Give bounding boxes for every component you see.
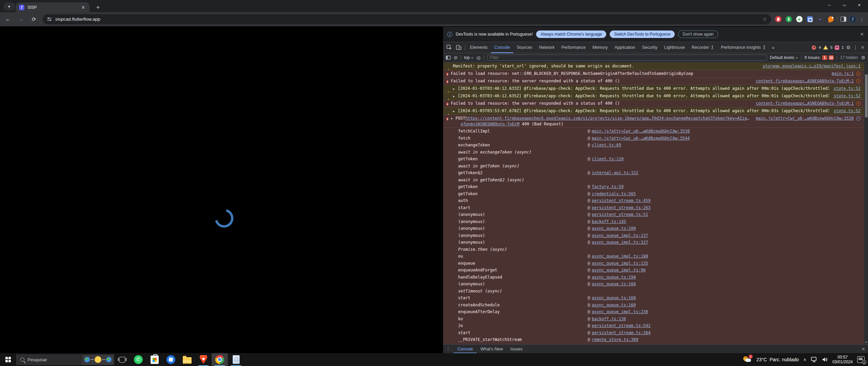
stack-frame[interactable]: fetch@main.js?attr=Cwr_u6-…wKdBzewOGHcCA… xyxy=(443,135,864,142)
stack-frame[interactable]: exchangeToken@client.ts:69 xyxy=(443,142,864,149)
profile-avatar[interactable]: Z xyxy=(849,16,856,23)
drawer-tab-what-s-new[interactable]: What's New xyxy=(477,345,507,353)
network-icon[interactable] xyxy=(811,357,817,362)
stack-frame[interactable]: (anonymous)@async_queue.ts:168 xyxy=(443,281,864,288)
stack-frame-link[interactable]: async_queue.ts:200 xyxy=(592,226,636,231)
address-bar[interactable]: sispcad.flutterflow.app ☆ xyxy=(43,14,771,24)
devtools-menu-button[interactable]: ⋮ xyxy=(853,45,858,50)
stack-frame[interactable]: Promise.then (async) xyxy=(443,246,864,253)
insight-icon[interactable]: ↺ xyxy=(856,116,861,121)
stack-frame[interactable]: (anonymous)@persistent_stream.ts:51 xyxy=(443,211,864,218)
drawer-tab-issues[interactable]: Issues xyxy=(507,345,526,353)
stack-frame[interactable]: start@async_queue.ts:160 xyxy=(443,294,864,302)
taskbar-app-whatsapp[interactable] xyxy=(130,353,146,366)
tab-elements[interactable]: Elements xyxy=(467,42,491,53)
stack-frame[interactable]: fetchCallImpl@main.js?attr=Cwr_u6-…wKdBz… xyxy=(443,128,864,135)
switch-portuguese-button[interactable]: Switch DevTools to Portuguese xyxy=(610,30,675,38)
stack-frame-link[interactable]: async_queue.ts:168 xyxy=(592,282,636,286)
console-message[interactable]: ✕Failed to load resource: the server res… xyxy=(443,100,864,107)
console-sidebar-toggle-icon[interactable] xyxy=(446,55,451,60)
collapse-arrow-icon[interactable]: ▶ xyxy=(453,95,456,98)
stack-frame[interactable]: await in getToken$2 (async) xyxy=(443,177,864,184)
source-link[interactable]: main.js:1 xyxy=(827,71,854,77)
stack-frame-link[interactable]: async_queue_impl.ts:137 xyxy=(592,233,648,238)
search-highlights[interactable] xyxy=(82,355,114,365)
context-selector[interactable]: top▼ xyxy=(464,55,474,60)
site-info-icon[interactable] xyxy=(47,17,52,22)
stack-frame-link[interactable]: async_queue_impl.ts:327 xyxy=(592,240,648,245)
source-link[interactable]: state.ts:52 xyxy=(829,93,861,99)
source-link[interactable]: storage.googleapis.c…oI9/manifest.json:1 xyxy=(758,63,861,69)
insight-icon[interactable]: ↺ xyxy=(856,72,861,76)
stack-frame[interactable]: ou@async_queue_impl.ts:188 xyxy=(443,253,864,260)
stack-frame-link[interactable]: async_queue_impl.ts:230 xyxy=(592,309,648,314)
extension-bluesq-icon[interactable] xyxy=(806,16,813,23)
collapse-arrow-icon[interactable]: ▶ xyxy=(453,87,456,90)
live-expression-icon[interactable]: ◎ xyxy=(476,55,480,60)
collapse-arrow-icon[interactable]: ▶ xyxy=(453,109,456,113)
browser-tab[interactable]: ƒ SISP ✕ xyxy=(16,2,90,12)
start-button[interactable] xyxy=(0,353,16,366)
stack-frame[interactable]: ko@backoff.ts:136 xyxy=(443,316,864,323)
taskbar-app-explorer[interactable] xyxy=(179,353,195,366)
tab-lighthouse[interactable]: Lighthouse xyxy=(661,42,688,53)
stack-frame[interactable]: getToken$2@internal-api.ts:152 xyxy=(443,169,864,177)
source-link[interactable]: content-firebaseappc…ASNEOAB9uto-ToEcM:1 xyxy=(751,78,854,84)
stack-frame-link[interactable]: remote_store.ts:389 xyxy=(592,337,638,342)
tab-sources[interactable]: Sources xyxy=(513,42,536,53)
stack-frame-link[interactable]: async_queue_impl.ts:96 xyxy=(592,268,646,272)
tab-application[interactable]: Application xyxy=(611,42,638,53)
request-url-link-2[interactable]: ofpnmv3ASNEOAB9uto-ToEcM xyxy=(460,122,519,126)
issues-count-icon[interactable] xyxy=(835,45,839,50)
stack-frame[interactable]: start@persistent_stream.ts:264 xyxy=(443,329,864,337)
stack-frame[interactable]: getToken@client.ts:110 xyxy=(443,156,864,163)
taskbar-clock[interactable]: 00:57 03/01/2024 xyxy=(832,355,853,364)
console-message[interactable]: ▶[2024-01-03T03:46:12.635Z] @firebase/ap… xyxy=(443,93,864,100)
extension-orange-icon[interactable] xyxy=(827,16,834,23)
stack-frame[interactable]: start@persistent_stream.ts:263 xyxy=(443,204,864,211)
stack-frame[interactable]: (anonymous)@async_queue_impl.ts:137 xyxy=(443,232,864,239)
weather-summary[interactable]: 23°C Parc. nublado xyxy=(756,357,799,362)
stack-frame[interactable]: setTimeout (async) xyxy=(443,288,864,295)
stack-frame-link[interactable]: client.ts:110 xyxy=(592,157,624,161)
source-link[interactable]: state.ts:52 xyxy=(829,86,861,92)
source-link[interactable]: content-firebaseappc…ASNEOAB9uto-ToEcM:1 xyxy=(751,101,854,106)
forward-button[interactable]: → xyxy=(16,15,26,24)
stack-frame-link[interactable]: client.ts:69 xyxy=(592,143,621,147)
taskbar-app-notepad[interactable] xyxy=(228,353,244,366)
stack-frame[interactable]: (anonymous)@async_queue.ts:200 xyxy=(443,225,864,232)
new-tab-button[interactable]: + xyxy=(94,3,102,12)
dont-show-again-button[interactable]: Don't show again xyxy=(678,30,718,38)
tab-search-button[interactable]: ▼ xyxy=(3,2,15,11)
weather-icon[interactable]: 1 xyxy=(743,355,752,364)
stack-frame-link[interactable]: persistent_stream.ts:264 xyxy=(592,330,650,335)
stack-frame[interactable]: enqueueAfterDelay@async_queue_impl.ts:23… xyxy=(443,308,864,316)
console-message[interactable]: ▶[2024-01-03T03:46:12.633Z] @firebase/ap… xyxy=(443,85,864,93)
taskbar-app-taskview[interactable] xyxy=(114,353,130,366)
stack-frame-link[interactable]: persistent_stream.ts:542 xyxy=(592,323,650,328)
drawer-tab-console[interactable]: Console xyxy=(454,345,477,353)
notification-center-icon[interactable]: 1 xyxy=(857,356,865,363)
console-scrollbar[interactable]: ▼ xyxy=(864,63,868,344)
url-text[interactable]: sispcad.flutterflow.app xyxy=(55,17,759,22)
stack-frame-link[interactable]: persistent_stream.ts:459 xyxy=(592,198,650,203)
stack-frame[interactable]: getToken@credentials.ts:565 xyxy=(443,190,864,198)
bookmark-star-icon[interactable]: ☆ xyxy=(763,16,767,22)
reload-button[interactable]: ⟳ xyxy=(29,15,39,24)
stack-frame[interactable]: await in getToken (async) xyxy=(443,163,864,170)
stack-frame-link[interactable]: async_queue_impl.ts:188 xyxy=(592,254,648,259)
expand-arrow-icon[interactable]: ▼ xyxy=(451,117,454,120)
scrollbar-down-arrow[interactable]: ▼ xyxy=(864,341,868,344)
stack-frame-link[interactable]: backoff.ts:145 xyxy=(592,219,626,224)
taskbar-app-chrome[interactable] xyxy=(212,353,228,366)
console-message[interactable]: Manifest: property 'start_url' ignored, … xyxy=(443,63,864,70)
window-minimize-button[interactable]: ─ xyxy=(822,0,837,10)
stack-frame-link[interactable]: async_queue.ts:160 xyxy=(592,303,636,307)
inspect-element-button[interactable] xyxy=(445,43,454,52)
stack-frame-link[interactable]: main.js?attr=Cwr_u6-…wKdBzewOGHcCAw:3544 xyxy=(592,136,690,141)
source-link[interactable]: main.js?attr=Cwr_u6-…wKdBzewOGHcCAw:3538 xyxy=(751,116,854,121)
insight-icon[interactable]: ↺ xyxy=(856,101,861,106)
devtools-close-button[interactable]: ✕ xyxy=(861,45,865,50)
console-filter-input[interactable] xyxy=(487,55,767,61)
hidden-messages-label[interactable]: 17 hidden xyxy=(840,55,858,60)
